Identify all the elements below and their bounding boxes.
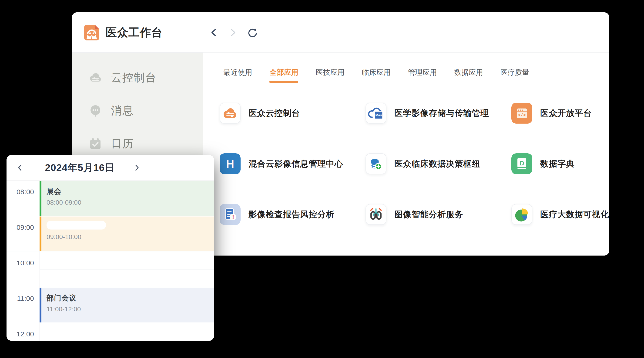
database-plus-icon	[366, 153, 386, 174]
event-title-redacted-pill	[46, 221, 106, 229]
window-title: 医众工作台	[106, 25, 163, 40]
time-label: 09:00	[6, 223, 34, 231]
chevron-right-icon	[228, 28, 238, 37]
report-alert-icon: !	[220, 204, 240, 225]
letter-h-icon: H	[220, 153, 240, 174]
hour-gridline	[6, 216, 214, 216]
app-item-label: 医学影像存储与传输管理	[394, 108, 489, 119]
svg-text:D: D	[520, 160, 524, 167]
calendar-check-icon	[89, 137, 102, 150]
tab-all-apps[interactable]: 全部应用	[270, 68, 298, 83]
time-label: 08:00	[6, 188, 34, 196]
app-item-label: 混合云影像信息管理中心	[248, 158, 343, 170]
calendar-event-redacted[interactable]: 09:00-10:00	[40, 216, 214, 251]
tab-management-apps[interactable]: 管理应用	[408, 68, 437, 81]
app-item-imaging-storage[interactable]: Mas 医学影像存储与传输管理	[366, 103, 489, 124]
app-item-label: 数据字典	[540, 158, 575, 170]
pie-chart-icon	[512, 204, 532, 225]
sidebar-item-messages[interactable]: 消息	[72, 94, 203, 127]
chevron-left-icon	[209, 28, 218, 37]
app-item-label: 影像检查报告风控分析	[248, 209, 334, 220]
event-time: 09:00-10:00	[46, 233, 214, 241]
app-logo-icon	[84, 25, 99, 40]
sidebar-item-label: 消息	[111, 103, 134, 118]
tab-recently-used[interactable]: 最近使用	[223, 68, 252, 81]
calendar-event-morning-meeting[interactable]: 晨会 08:00-09:00	[40, 181, 214, 216]
calendar-event-department-meeting[interactable]: 部门会议 11:00-12:00	[40, 288, 214, 323]
event-time: 08:00-09:00	[46, 199, 214, 206]
calendar-header: 2024年5月16日	[6, 155, 214, 180]
sidebar-item-label: 日历	[111, 136, 134, 151]
calendar-panel: 2024年5月16日 08:00 09:00 10:00 11:00 12:00…	[6, 155, 214, 341]
calendar-prev-day-button[interactable]	[13, 155, 27, 180]
tab-data-apps[interactable]: 数据应用	[454, 68, 483, 81]
app-item-image-ai-analysis[interactable]: 图像智能分析服务	[366, 204, 463, 225]
time-label: 10:00	[6, 259, 34, 267]
hour-gridline	[6, 252, 214, 252]
app-item-clinical-data-hub[interactable]: 医众临床数据决策枢纽	[366, 153, 480, 174]
time-label: 12:00	[6, 330, 34, 338]
tab-clinical-apps[interactable]: 临床应用	[362, 68, 391, 81]
forward-button[interactable]	[228, 27, 238, 38]
message-bubble-icon	[89, 104, 102, 117]
calendar-day-grid: 08:00 09:00 10:00 11:00 12:00 晨会 08:00-0…	[6, 180, 214, 341]
chevron-right-icon	[133, 164, 140, 172]
app-item-open-platform[interactable]: </> 医众开放平台	[512, 103, 592, 124]
code-window-icon: </>	[512, 103, 532, 124]
event-title: 晨会	[46, 186, 214, 196]
tab-medtech-apps[interactable]: 医技应用	[316, 68, 344, 81]
sidebar-item-cloud-console[interactable]: 云控制台	[72, 61, 203, 94]
app-item-report-risk-analysis[interactable]: ! 影像检查报告风控分析	[220, 204, 334, 225]
cloud-console-icon	[89, 71, 102, 84]
event-time: 11:00-12:00	[46, 306, 214, 313]
main-content: 最近使用 全部应用 医技应用 临床应用 管理应用 数据应用 医疗质量 医众云控制…	[203, 52, 609, 256]
app-item-label: 医众云控制台	[248, 108, 300, 119]
app-item-label: 医众临床数据决策枢纽	[394, 158, 480, 170]
nav-buttons	[209, 12, 257, 52]
app-item-data-dictionary[interactable]: D 数据字典	[512, 153, 575, 174]
app-item-hybrid-cloud-center[interactable]: H 混合云影像信息管理中心	[220, 153, 343, 174]
dictionary-book-icon: D	[512, 153, 532, 174]
tab-bar-divider	[214, 83, 596, 83]
svg-text:!: !	[232, 214, 234, 221]
refresh-button[interactable]	[247, 27, 257, 38]
back-button[interactable]	[209, 27, 219, 38]
hour-gridline	[6, 287, 214, 287]
app-item-label: 图像智能分析服务	[394, 209, 463, 220]
app-item-label: 医疗大数据可视化	[540, 209, 609, 220]
chevron-left-icon	[16, 164, 24, 172]
refresh-icon	[247, 27, 257, 38]
app-item-label: 医众开放平台	[540, 108, 592, 119]
tab-quality[interactable]: 医疗质量	[500, 68, 529, 81]
lungs-icon	[366, 204, 386, 225]
sidebar-item-label: 云控制台	[111, 70, 156, 85]
calendar-next-day-button[interactable]	[130, 155, 144, 180]
app-item-big-data-visualization[interactable]: 医疗大数据可视化	[512, 204, 609, 225]
tab-bar: 最近使用 全部应用 医技应用 临床应用 管理应用 数据应用 医疗质量	[223, 68, 529, 83]
blue-cloud-mas-icon: Mas	[366, 103, 386, 124]
svg-text:H: H	[226, 158, 234, 170]
orange-cloud-sliders-icon	[220, 103, 240, 124]
svg-text:Mas: Mas	[376, 113, 382, 117]
window-header: 医众工作台	[72, 12, 609, 52]
calendar-date-title: 2024年5月16日	[34, 155, 125, 180]
svg-text:</>: </>	[518, 113, 526, 118]
event-title: 部门会议	[46, 293, 214, 303]
app-item-cloud-console[interactable]: 医众云控制台	[220, 103, 300, 124]
time-label: 11:00	[6, 295, 34, 303]
